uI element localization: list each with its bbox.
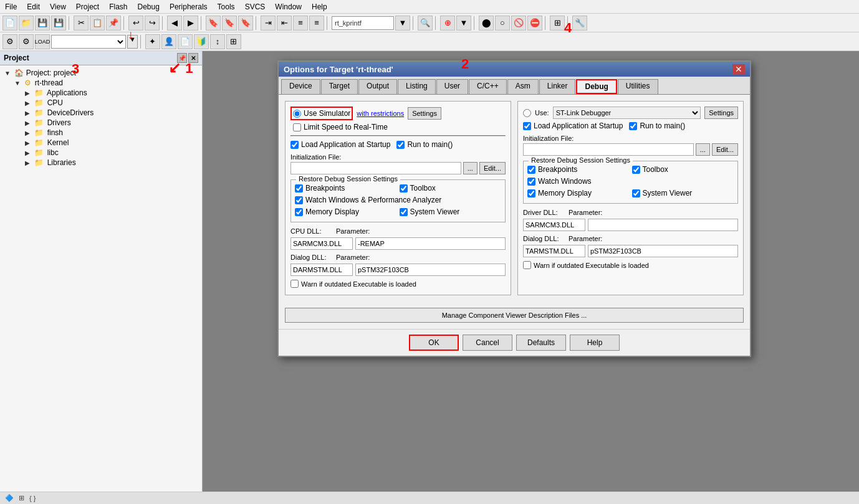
menu-view[interactable]: View [45, 1, 71, 12]
grid-btn[interactable]: ⊞ [550, 16, 565, 31]
menu-debug[interactable]: Debug [133, 1, 165, 12]
right-dialog-param-input[interactable] [588, 245, 738, 257]
tree-libraries[interactable]: ▶ 📁 Libraries [2, 158, 199, 168]
left-settings-btn[interactable]: Settings [408, 107, 441, 120]
cfg2-btn[interactable]: ↕ [210, 34, 225, 49]
left-sysviewer-check[interactable] [400, 208, 408, 216]
left-breakpoints-check[interactable] [295, 184, 303, 193]
right-memory-check[interactable] [527, 189, 535, 197]
left-run-main-check[interactable] [396, 141, 405, 149]
save2-btn[interactable]: 💾 [51, 16, 66, 31]
menu-flash[interactable]: Flash [104, 1, 132, 12]
redo-btn[interactable]: ↪ [145, 16, 160, 31]
right-driver-param-input[interactable] [588, 219, 738, 231]
left-watch-check[interactable] [295, 196, 303, 204]
back-btn[interactable]: ◀ [167, 16, 182, 31]
build2-btn[interactable]: ⚙ [19, 34, 34, 49]
search-btn[interactable]: 🔍 [418, 16, 433, 31]
save-btn[interactable]: 💾 [35, 16, 50, 31]
menu-window[interactable]: Window [270, 1, 307, 12]
cut-btn[interactable]: ✂ [74, 16, 89, 31]
right-settings-btn[interactable]: Settings [704, 107, 738, 119]
tab-device[interactable]: Device [281, 79, 320, 94]
menu-svcs[interactable]: SVCS [240, 1, 271, 12]
build3-btn[interactable]: LOAD [35, 34, 50, 49]
open-btn[interactable]: 📁 [19, 16, 34, 31]
left-dialog-param-input[interactable] [355, 264, 506, 276]
left-warn-check[interactable] [290, 280, 299, 288]
tree-libc[interactable]: ▶ 📁 libc [2, 148, 199, 158]
bookmark-btn[interactable]: 🔖 [206, 16, 221, 31]
tree-finsh[interactable]: ▶ 📁 finsh [2, 128, 199, 138]
tab-output[interactable]: Output [358, 79, 397, 94]
pin-btn[interactable]: 📌 [177, 53, 187, 63]
use-simulator-radio[interactable] [293, 110, 301, 118]
cancel-btn[interactable]: Cancel [463, 335, 512, 351]
right-load-app-check[interactable] [523, 122, 531, 130]
outdent-btn[interactable]: ⇤ [277, 16, 292, 31]
run-btn[interactable]: ⬤ [479, 16, 494, 31]
tab-utilities[interactable]: Utilities [618, 79, 658, 94]
right-run-main-check[interactable] [629, 122, 637, 130]
debug-dropdown-btn[interactable]: ▼ [395, 16, 410, 31]
left-cpu-dll-input[interactable] [290, 237, 353, 250]
tab-user[interactable]: User [436, 79, 468, 94]
left-edit-btn[interactable]: Edit... [479, 162, 506, 174]
menu-file[interactable]: File [0, 1, 22, 12]
defaults-btn[interactable]: Defaults [516, 335, 566, 351]
tab-linker[interactable]: Linker [539, 79, 576, 94]
dialog-close-btn[interactable]: ✕ [732, 64, 745, 74]
tree-cpu[interactable]: ▶ 📁 CPU [2, 98, 199, 108]
paste-btn[interactable]: 📌 [106, 16, 121, 31]
target-select[interactable]: rt-thread [51, 35, 126, 49]
tab-listing[interactable]: Listing [398, 79, 436, 94]
add-group-btn[interactable]: 👤 [161, 34, 176, 49]
bookmark3-btn[interactable]: 🔖 [238, 16, 253, 31]
right-toolbox-check[interactable] [632, 166, 640, 174]
right-breakpoints-check[interactable] [527, 166, 535, 174]
cfg-btn[interactable]: 🔰 [194, 34, 209, 49]
build-btn[interactable]: ⚙ [2, 34, 17, 49]
close-panel-btn[interactable]: ✕ [188, 53, 198, 63]
right-warn-check[interactable] [523, 261, 531, 269]
settings-btn[interactable]: 🔧 [572, 16, 587, 31]
left-cpu-param-input[interactable] [355, 237, 506, 250]
target-options-btn[interactable]: ✦ [145, 34, 160, 49]
menu-tools[interactable]: Tools [213, 1, 240, 12]
right-use-radio[interactable] [523, 109, 531, 117]
ok-btn[interactable]: OK [409, 335, 459, 351]
tree-rt-thread[interactable]: ▼ ⚙ rt-thread [2, 78, 199, 88]
copy-btn[interactable]: 📋 [90, 16, 105, 31]
cfg3-btn[interactable]: ⊞ [226, 34, 241, 49]
menu-help[interactable]: Help [307, 1, 332, 12]
dropdown2-btn[interactable]: ▼ [456, 16, 471, 31]
right-init-file-input[interactable] [523, 143, 694, 156]
undo-btn[interactable]: ↩ [128, 16, 143, 31]
add-file-btn[interactable]: 📄 [178, 34, 193, 49]
menu-project[interactable]: Project [71, 1, 104, 12]
right-browse-btn[interactable]: ... [696, 143, 710, 156]
left-toolbox-check[interactable] [400, 184, 408, 193]
indent3-btn[interactable]: ≡ [309, 16, 324, 31]
tree-drivers[interactable]: ▶ 📁 Drivers [2, 118, 199, 128]
left-memory-check[interactable] [295, 208, 303, 216]
tab-asm[interactable]: Asm [507, 79, 539, 94]
right-edit-btn[interactable]: Edit... [712, 143, 738, 156]
menu-edit[interactable]: Edit [22, 1, 45, 12]
tree-root[interactable]: ▼ 🏠 Project: project [2, 68, 199, 78]
tab-cpp[interactable]: C/C++ [469, 79, 507, 94]
bookmark2-btn[interactable]: 🔖 [222, 16, 237, 31]
help-btn[interactable]: Help [570, 335, 620, 351]
tab-target[interactable]: Target [321, 79, 358, 94]
indent2-btn[interactable]: ≡ [293, 16, 308, 31]
manage-cvdf-btn[interactable]: Manage Component Viewer Description File… [285, 308, 744, 323]
fwd-btn[interactable]: ▶ [183, 16, 198, 31]
left-dialog-dll-input[interactable] [290, 264, 353, 276]
menu-peripherals[interactable]: Peripherals [165, 1, 213, 12]
tab-debug[interactable]: Debug [576, 79, 617, 94]
tree-kernel[interactable]: ▶ 📁 Kernel [2, 138, 199, 148]
right-watch-check[interactable] [527, 178, 535, 186]
tree-device-drivers[interactable]: ▶ 📁 DeviceDrivers [2, 108, 199, 118]
right-sysviewer-check[interactable] [632, 189, 640, 197]
new-file-btn[interactable]: 📄 [2, 16, 17, 31]
